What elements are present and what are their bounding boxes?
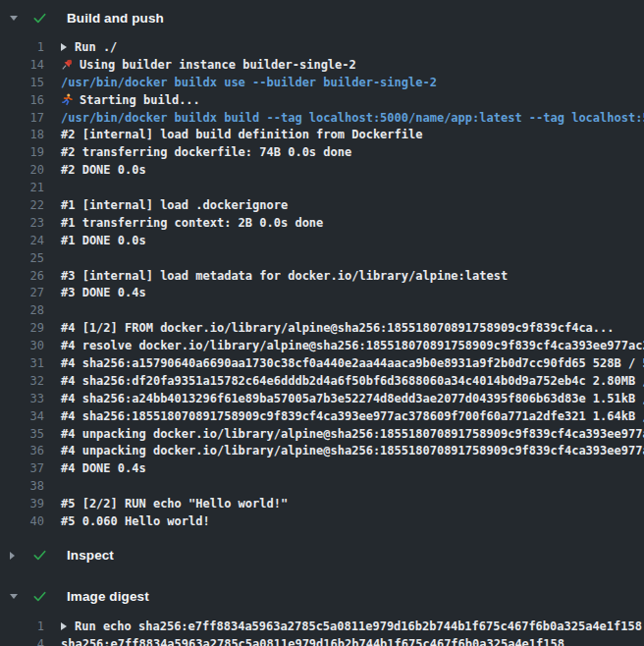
log-line: 1Run ./ <box>0 38 644 56</box>
log-text: #1 [internal] load .dockerignore <box>61 198 288 212</box>
line-number[interactable]: 29 <box>0 321 44 335</box>
log-text: Run echo sha256:e7ff8834a5963a2785c5a081… <box>75 619 642 633</box>
check-icon <box>32 589 47 604</box>
log-text: Run ./ <box>75 40 117 54</box>
log-text: #4 unpacking docker.io/library/alpine@sh… <box>61 444 644 458</box>
line-number[interactable]: 33 <box>0 392 44 405</box>
section-title: Inspect <box>67 548 114 563</box>
log-text: #5 [2/2] RUN echo "Hello world!" <box>61 497 288 511</box>
log-line: 30#4 resolve docker.io/library/alpine@sh… <box>0 337 644 354</box>
log-line: 17/usr/bin/docker buildx build --tag loc… <box>0 109 644 127</box>
line-number[interactable]: 30 <box>0 339 44 352</box>
log-text: Using builder instance builder-single-2 <box>80 58 356 72</box>
log-line: 15/usr/bin/docker buildx use --builder b… <box>0 74 644 91</box>
chevron-right-icon[interactable] <box>10 552 24 560</box>
log-line: 19#2 transferring dockerfile: 74B 0.0s d… <box>0 143 644 161</box>
log-line: 21 <box>0 179 644 196</box>
log-text: #1 transferring context: 2B 0.0s done <box>61 216 323 230</box>
section-body-image-digest: 1Run echo sha256:e7ff8834a5963a2785c5a08… <box>0 615 644 646</box>
log-line: 25 <box>0 249 644 267</box>
line-number[interactable]: 4 <box>0 637 44 646</box>
section-header-inspect[interactable]: Inspect <box>0 538 644 573</box>
line-number[interactable]: 1 <box>0 619 44 633</box>
log-line: 1Run echo sha256:e7ff8834a5963a2785c5a08… <box>0 618 644 635</box>
line-number[interactable]: 20 <box>0 163 44 177</box>
log-line: 22#1 [internal] load .dockerignore <box>0 196 644 214</box>
section-title: Image digest <box>67 589 149 604</box>
log-line: 31#4 sha256:a15790640a6690aa1730c38cf0a4… <box>0 354 644 372</box>
log-line: 20#2 DONE 0.0s <box>0 161 644 179</box>
line-number[interactable]: 14 <box>0 58 44 72</box>
log-text: #2 transferring dockerfile: 74B 0.0s don… <box>61 145 351 159</box>
log-line: 26#3 [internal] load metadata for docker… <box>0 267 644 285</box>
line-number[interactable]: 38 <box>0 479 44 493</box>
line-number[interactable]: 16 <box>0 93 44 107</box>
log-text: #4 DONE 0.4s <box>61 461 146 475</box>
expand-step-icon[interactable] <box>61 622 67 630</box>
log-text: #2 [internal] load build definition from… <box>61 128 422 141</box>
log-text: /usr/bin/docker buildx build --tag local… <box>61 111 644 125</box>
log-section-build-and-push: Build and push1Run ./14Using builder ins… <box>0 0 644 532</box>
log-text: #4 sha256:185518070891758909c9f839cf4ca3… <box>61 409 644 423</box>
line-number[interactable]: 15 <box>0 76 44 89</box>
line-number[interactable]: 35 <box>0 427 44 441</box>
log-line: 24#1 DONE 0.0s <box>0 232 644 249</box>
section-header-image-digest[interactable]: Image digest <box>0 579 644 615</box>
line-number[interactable]: 31 <box>0 356 44 370</box>
log-text: #3 [internal] load metadata for docker.i… <box>61 269 508 283</box>
log-section-inspect: Inspect <box>0 538 644 573</box>
log-text: #2 DONE 0.0s <box>61 163 146 177</box>
chevron-down-icon[interactable] <box>10 16 24 21</box>
workflow-log-viewer: Build and push1Run ./14Using builder ins… <box>0 0 644 646</box>
line-number[interactable]: 25 <box>0 251 44 265</box>
log-line: 35#4 unpacking docker.io/library/alpine@… <box>0 425 644 443</box>
line-number[interactable]: 34 <box>0 409 44 423</box>
line-number[interactable]: 1 <box>0 40 44 54</box>
line-number[interactable]: 26 <box>0 269 44 283</box>
line-number[interactable]: 36 <box>0 444 44 458</box>
log-section-image-digest: Image digest1Run echo sha256:e7ff8834a59… <box>0 579 644 646</box>
log-text: #4 unpacking docker.io/library/alpine@sh… <box>61 427 644 441</box>
log-line: 4sha256:e7ff8834a5963a2785c5a0811e979d16… <box>0 635 644 646</box>
line-number[interactable]: 32 <box>0 374 44 388</box>
log-text: #4 [1/2] FROM docker.io/library/alpine@s… <box>61 321 615 335</box>
line-number[interactable]: 18 <box>0 128 44 141</box>
log-text: /usr/bin/docker buildx use --builder bui… <box>61 76 437 89</box>
expand-step-icon[interactable] <box>61 43 67 51</box>
log-text: #5 0.060 Hello world! <box>61 514 210 528</box>
line-number[interactable]: 28 <box>0 303 44 317</box>
line-number[interactable]: 24 <box>0 234 44 247</box>
line-number[interactable]: 23 <box>0 216 44 230</box>
log-line: 16Starting build... <box>0 91 644 109</box>
pushpin-icon <box>61 58 74 71</box>
log-line: 29#4 [1/2] FROM docker.io/library/alpine… <box>0 319 644 337</box>
log-text: #3 DONE 0.4s <box>61 286 146 299</box>
log-line: 23#1 transferring context: 2B 0.0s done <box>0 214 644 232</box>
log-text: #1 DONE 0.0s <box>61 234 146 247</box>
chevron-down-icon[interactable] <box>10 594 24 599</box>
log-line: 14Using builder instance builder-single-… <box>0 56 644 74</box>
line-number[interactable]: 40 <box>0 514 44 528</box>
check-icon <box>32 548 47 563</box>
line-number[interactable]: 22 <box>0 198 44 212</box>
log-line: 27#3 DONE 0.4s <box>0 284 644 301</box>
line-number[interactable]: 21 <box>0 181 44 194</box>
log-line: 39#5 [2/2] RUN echo "Hello world!" <box>0 495 644 512</box>
line-number[interactable]: 39 <box>0 497 44 511</box>
line-number[interactable]: 37 <box>0 461 44 475</box>
line-number[interactable]: 19 <box>0 145 44 159</box>
log-text: Starting build... <box>80 93 200 107</box>
line-number[interactable]: 27 <box>0 286 44 299</box>
log-text: sha256:e7ff8834a5963a2785c5a0811e979d16b… <box>61 637 564 646</box>
log-text: #4 sha256:df20fa9351a15782c64e6dddb2d4a6… <box>61 374 644 388</box>
check-icon <box>32 11 47 26</box>
log-line: 40#5 0.060 Hello world! <box>0 512 644 530</box>
log-text: #4 sha256:a15790640a6690aa1730c38cf0a440… <box>61 356 644 370</box>
line-number[interactable]: 17 <box>0 111 44 125</box>
log-line: 18#2 [internal] load build definition fr… <box>0 126 644 143</box>
runner-icon <box>61 93 74 106</box>
log-line: 33#4 sha256:a24bb4013296f61e89ba57005a7b… <box>0 390 644 407</box>
log-line: 32#4 sha256:df20fa9351a15782c64e6dddb2d4… <box>0 372 644 390</box>
log-line: 28 <box>0 301 644 319</box>
section-header-build-and-push[interactable]: Build and push <box>0 0 644 35</box>
